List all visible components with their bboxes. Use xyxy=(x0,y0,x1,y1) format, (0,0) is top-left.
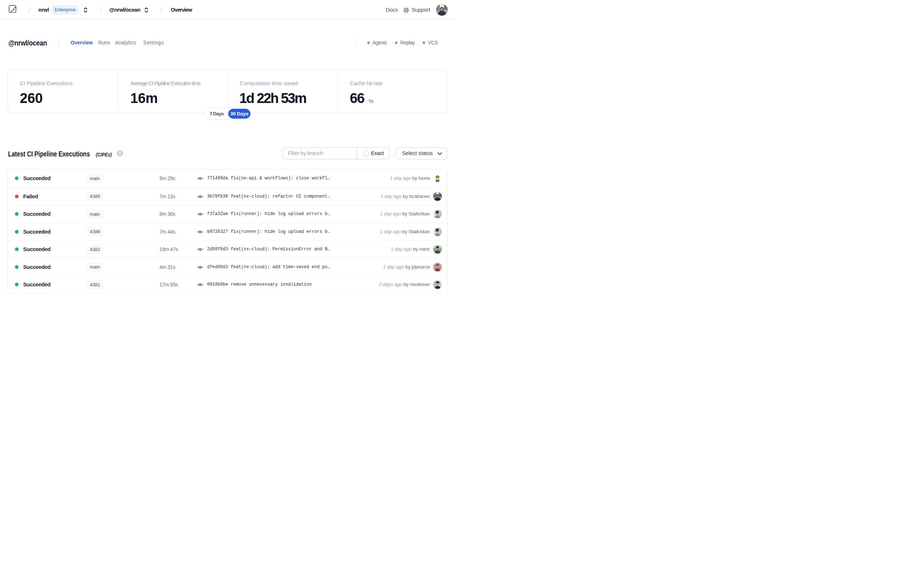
svg-text:?: ? xyxy=(119,152,121,155)
